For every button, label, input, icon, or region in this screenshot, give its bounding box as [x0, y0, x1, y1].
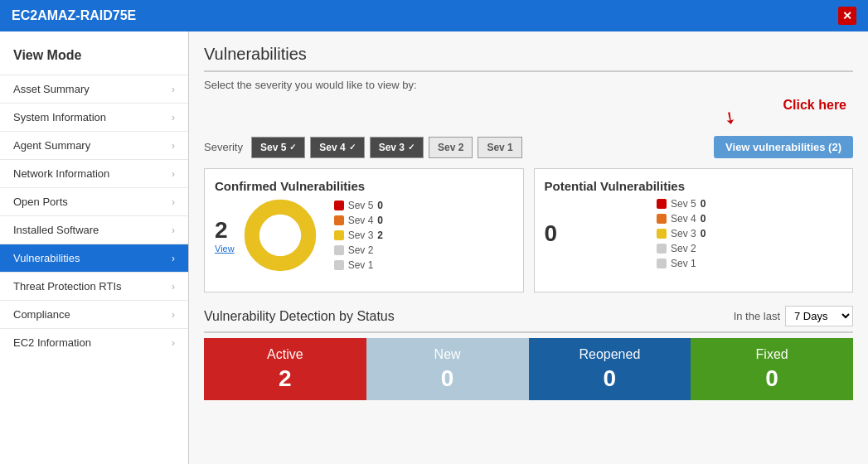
severity-dot-s2: [334, 245, 344, 255]
sidebar-item-label: Network Information: [13, 167, 109, 180]
severity-dot-s3: [657, 229, 667, 239]
sidebar-item-system-info[interactable]: System Information›: [0, 103, 188, 131]
sidebar-item-asset-summary[interactable]: Asset Summary›: [0, 75, 188, 103]
sidebar-item-vulnerabilities[interactable]: Vulnerabilities›: [0, 244, 188, 272]
status-count: 0: [765, 365, 778, 392]
svg-point-2: [262, 217, 298, 253]
legend-row-sev4: Sev 40: [657, 213, 706, 225]
detection-header: Vulnerability Detection by Status In the…: [204, 306, 853, 333]
legend-row-sev5: Sev 50: [334, 200, 383, 211]
sidebar-item-threat-protection[interactable]: Threat Protection RTIs›: [0, 272, 188, 300]
legend-count: 0: [701, 213, 706, 225]
arrow-icon: ➘: [719, 105, 742, 129]
detection-title: Vulnerability Detection by Status: [204, 309, 395, 324]
status-box-fixed: Fixed 0: [691, 338, 853, 400]
sidebar-item-open-ports[interactable]: Open Ports›: [0, 187, 188, 215]
sidebar-item-label: Asset Summary: [13, 83, 90, 95]
confirmed-title: Confirmed Vulnerabilities: [215, 179, 513, 193]
sidebar-item-label: Threat Protection RTIs: [13, 280, 122, 292]
check-icon: ✓: [408, 143, 415, 152]
filter-label: In the last: [734, 310, 780, 322]
legend-count: 0: [377, 215, 383, 226]
legend-row-sev2: Sev 2: [657, 243, 706, 254]
status-label: New: [434, 347, 461, 362]
severity-dot-s1: [657, 259, 667, 268]
legend-label: Sev 3: [671, 228, 696, 239]
legend-row-sev4: Sev 40: [334, 215, 383, 226]
severity-dot-s2: [657, 244, 667, 254]
legend-count: 0: [701, 198, 706, 210]
check-icon: ✓: [289, 143, 296, 152]
severity-button-sev5[interactable]: Sev 5 ✓: [251, 137, 305, 158]
legend-label: Sev 4: [348, 215, 374, 226]
chevron-right-icon: ›: [172, 168, 175, 180]
legend-label: Sev 1: [671, 258, 696, 269]
chevron-right-icon: ›: [172, 253, 175, 264]
sidebar-item-agent-summary[interactable]: Agent Summary›: [0, 131, 188, 159]
severity-button-sev4[interactable]: Sev 4 ✓: [310, 137, 364, 158]
sidebar-item-label: EC2 Information: [13, 336, 91, 349]
status-box-active: Active 2: [204, 338, 366, 400]
confirmed-view-link[interactable]: View: [215, 244, 235, 254]
chevron-right-icon: ›: [172, 309, 175, 321]
title-bar: EC2AMAZ-RAID75E ✕: [0, 0, 868, 31]
severity-dot-s5: [334, 201, 344, 210]
severity-dot-s4: [334, 215, 344, 225]
chevron-right-icon: ›: [172, 225, 175, 236]
status-label: Active: [267, 347, 303, 362]
view-vulnerabilities-button[interactable]: View vulnerabilities (2): [714, 136, 853, 158]
legend-label: Sev 5: [348, 200, 374, 211]
chevron-right-icon: ›: [172, 140, 175, 152]
sidebar-item-installed-software[interactable]: Installed Software›: [0, 215, 188, 244]
content-area: Vulnerabilities Select the severity you …: [189, 31, 868, 464]
status-box-reopened: Reopened 0: [529, 338, 691, 400]
severity-dot-s3: [334, 230, 344, 240]
legend-label: Sev 5: [671, 198, 696, 210]
legend-row-sev3: Sev 32: [334, 230, 383, 241]
days-select[interactable]: 7 Days30 Days90 Days: [785, 306, 853, 326]
check-icon: ✓: [349, 143, 356, 152]
status-count: 2: [279, 365, 292, 392]
severity-dot-s5: [657, 199, 667, 209]
potential-legend: Sev 50Sev 40Sev 30Sev 2Sev 1: [657, 198, 706, 269]
status-count: 0: [604, 365, 617, 392]
severity-button-sev3[interactable]: Sev 3 ✓: [370, 137, 424, 158]
chevron-right-icon: ›: [172, 196, 175, 208]
confirmed-legend: Sev 50Sev 40Sev 32Sev 2Sev 1: [334, 200, 383, 271]
chevron-right-icon: ›: [172, 112, 175, 123]
window-close-button[interactable]: ✕: [838, 7, 856, 25]
sidebar-item-label: Vulnerabilities: [13, 252, 80, 264]
sidebar-item-label: Installed Software: [13, 224, 99, 236]
sidebar-item-label: Open Ports: [13, 196, 68, 208]
sidebar-item-label: System Information: [13, 111, 106, 123]
vuln-cards: Confirmed Vulnerabilities 2 View: [204, 168, 853, 292]
sidebar: View Mode Asset Summary›System Informati…: [0, 31, 189, 464]
severity-dot-s1: [334, 260, 344, 270]
confirmed-donut-chart: [243, 198, 318, 273]
page-title: Vulnerabilities: [204, 45, 853, 72]
legend-count: 0: [377, 200, 383, 211]
status-count: 0: [441, 365, 454, 392]
legend-row-sev1: Sev 1: [657, 258, 706, 269]
sidebar-item-compliance[interactable]: Compliance›: [0, 300, 188, 328]
legend-label: Sev 4: [671, 213, 696, 225]
legend-row-sev2: Sev 2: [334, 244, 383, 256]
sidebar-item-ec2-info[interactable]: EC2 Information›: [0, 328, 188, 356]
severity-label: Severity: [204, 141, 243, 153]
severity-row: Severity Sev 5 ✓Sev 4 ✓Sev 3 ✓Sev 2Sev 1…: [204, 136, 853, 158]
sidebar-item-label: Compliance: [13, 308, 70, 321]
legend-row-sev3: Sev 30: [657, 228, 706, 239]
potential-vulnerabilities-card: Potential Vulnerabilities 0 Sev 50Sev 40…: [534, 168, 854, 292]
status-label: Fixed: [756, 347, 788, 362]
legend-label: Sev 2: [348, 244, 374, 256]
sidebar-item-network-info[interactable]: Network Information›: [0, 159, 188, 187]
chevron-right-icon: ›: [172, 84, 175, 95]
main-layout: View Mode Asset Summary›System Informati…: [0, 31, 868, 464]
click-here-label: Click here: [783, 98, 846, 113]
legend-label: Sev 3: [348, 230, 374, 241]
potential-count: 0: [545, 220, 558, 246]
window-title: EC2AMAZ-RAID75E: [12, 8, 136, 23]
severity-button-sev1[interactable]: Sev 1: [478, 137, 521, 158]
legend-count: 2: [377, 230, 383, 241]
severity-button-sev2[interactable]: Sev 2: [429, 137, 473, 158]
